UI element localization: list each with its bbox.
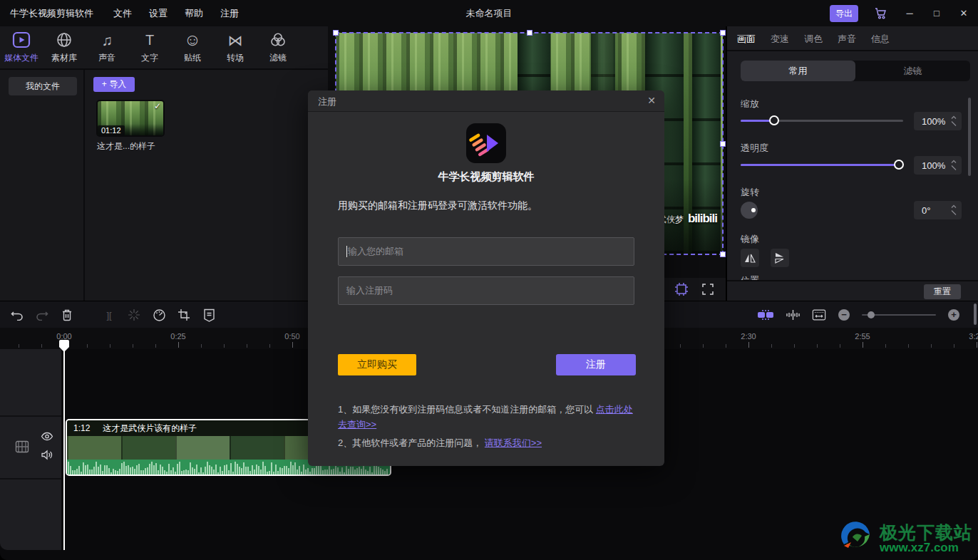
menu-file[interactable]: 文件 [113, 7, 132, 20]
timeline-zoom-slider[interactable] [862, 314, 936, 316]
knob-pointer [751, 208, 756, 212]
spinner-icon[interactable] [951, 160, 957, 171]
scale-value[interactable]: 100% [914, 112, 962, 130]
media-thumbnail[interactable]: ✓ 01:12 [96, 100, 165, 137]
slider-thumb[interactable] [894, 160, 904, 170]
tab-picture[interactable]: 画面 [737, 33, 756, 50]
export-button[interactable]: 导出 [830, 5, 858, 22]
music-note-icon: ♫ [101, 31, 113, 49]
scale-slider[interactable] [741, 120, 903, 122]
divider [727, 50, 978, 51]
subtab-filter[interactable]: 滤镜 [855, 61, 970, 81]
my-files-button[interactable]: 我的文件 [9, 77, 77, 95]
scale-label: 缩放 [741, 98, 759, 110]
tab-sound[interactable]: 声音 [838, 33, 856, 50]
menu-register[interactable]: 注册 [220, 7, 239, 20]
tool-filter[interactable]: 滤镜 [257, 31, 299, 64]
tool-audio[interactable]: ♫ 声音 [86, 31, 128, 64]
undo-icon[interactable] [10, 308, 24, 322]
tool-label: 声音 [98, 52, 115, 64]
tab-speed[interactable]: 变速 [771, 33, 789, 50]
fullscreen-icon[interactable] [701, 283, 714, 296]
crop-icon[interactable] [177, 308, 191, 322]
tool-text[interactable]: T 文字 [128, 31, 171, 64]
flip-vertical-icon [774, 252, 786, 264]
ruler-tick [931, 344, 932, 348]
minimize-button[interactable]: ─ [904, 8, 915, 19]
timeline-scrollbar[interactable] [974, 304, 977, 325]
ruler-label: 0:50 [284, 332, 299, 341]
divider [0, 478, 61, 479]
rotate-value-text: 0° [922, 205, 930, 216]
playhead-line[interactable] [63, 351, 65, 550]
ruler-tick [703, 344, 704, 348]
import-button[interactable]: + 导入 [93, 77, 135, 92]
rotate-knob[interactable] [741, 202, 758, 219]
opacity-value-text: 100% [922, 160, 945, 171]
zoom-slider-thumb[interactable] [868, 311, 875, 318]
rotate-value[interactable]: 0° [914, 201, 962, 219]
cart-icon[interactable] [874, 7, 888, 20]
code-input[interactable]: 输入注册码 [338, 276, 634, 305]
playhead-handle[interactable] [59, 340, 69, 355]
track-visibility-eye-icon[interactable] [41, 432, 53, 441]
buy-now-button[interactable]: 立即购买 [338, 354, 416, 375]
audio-meter-icon[interactable] [786, 308, 800, 322]
divider [0, 415, 61, 417]
site-watermark: 极光下载站 www.xz7.com [838, 520, 972, 557]
zoom-in-button[interactable]: + [948, 309, 959, 321]
slider-thumb[interactable] [769, 115, 779, 125]
tool-media-files[interactable]: 媒体文件 [0, 31, 43, 64]
tool-transition[interactable]: ⋈ 转场 [214, 31, 257, 64]
register-button[interactable]: 注册 [556, 354, 636, 375]
opacity-slider[interactable] [741, 164, 903, 166]
split-icon[interactable]: ][ [102, 308, 116, 322]
duration-badge: 01:12 [98, 125, 125, 135]
mirror-label: 镜像 [741, 233, 759, 246]
panel-scrollbar[interactable] [968, 98, 971, 176]
dialog-app-name: 牛学长视频剪辑软件 [308, 170, 664, 184]
menu-help[interactable]: 帮助 [185, 7, 203, 20]
spinner-icon[interactable] [951, 204, 957, 216]
tool-label: 滤镜 [269, 52, 287, 64]
ruler-tick [87, 344, 88, 348]
mirror-vertical-button[interactable] [771, 249, 789, 267]
app-logo [466, 123, 506, 166]
effect-star-icon[interactable] [127, 308, 141, 322]
snap-icon[interactable] [758, 310, 773, 320]
ruler-tick [885, 344, 886, 348]
email-input[interactable]: 输入您的邮箱 [338, 237, 634, 266]
tool-library[interactable]: 素材库 [43, 31, 86, 64]
close-button[interactable]: ✕ [958, 8, 969, 19]
ruler-tick [155, 344, 156, 348]
redo-icon[interactable] [35, 308, 49, 322]
clip-title: 这才是武侠片该有的样子 [103, 422, 197, 435]
flip-horizontal-icon [743, 252, 756, 264]
crop-frame-icon[interactable] [674, 281, 689, 297]
fit-timeline-icon[interactable] [812, 308, 826, 322]
video-track-icon [15, 440, 29, 454]
ruler-label: 3:20 [969, 332, 978, 341]
note-tag-icon[interactable] [202, 308, 216, 322]
track-mute-speaker-icon[interactable] [41, 450, 53, 460]
dialog-note-1: 1、如果您没有收到注册码信息或者不知道注册的邮箱，您可以 点击此处去查询>> [338, 402, 640, 432]
tab-color[interactable]: 调色 [804, 33, 823, 50]
menu-settings[interactable]: 设置 [149, 7, 168, 20]
check-icon: ✓ [154, 101, 161, 111]
speed-gauge-icon[interactable] [152, 308, 166, 322]
panel-footer: 重置 [727, 280, 978, 301]
ruler-tick [110, 344, 110, 348]
mirror-horizontal-button[interactable] [741, 249, 759, 267]
contact-link[interactable]: 请联系我们>> [485, 437, 542, 448]
zoom-out-button[interactable]: − [838, 309, 850, 321]
delete-icon[interactable] [60, 308, 74, 322]
dialog-close-icon[interactable]: ✕ [647, 95, 656, 106]
opacity-value[interactable]: 100% [914, 156, 962, 175]
ruler-label: 0:25 [170, 332, 185, 341]
subtab-common[interactable]: 常用 [741, 61, 855, 81]
tab-info[interactable]: 信息 [871, 33, 890, 50]
maximize-button[interactable]: □ [931, 8, 942, 19]
spinner-icon[interactable] [951, 115, 957, 127]
tool-sticker[interactable]: ☺ 贴纸 [171, 31, 214, 64]
reset-button[interactable]: 重置 [924, 284, 961, 299]
